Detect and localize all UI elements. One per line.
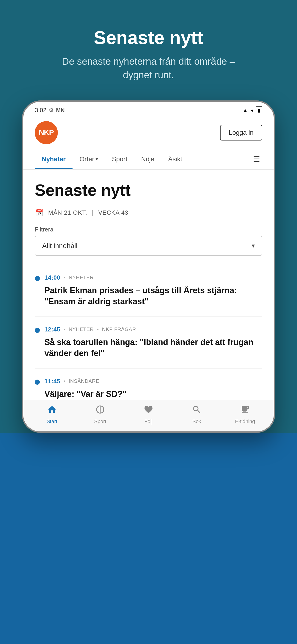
nav-tab-asikt[interactable]: Åsikt <box>162 149 189 169</box>
filter-dropdown[interactable]: Allt innehåll ▾ <box>35 236 262 256</box>
news-item-2[interactable]: 12:45 • NYHETER • NKP FRÅGAR Så ska toar… <box>35 317 262 368</box>
content-area: Senaste nytt 📅 MÅN 21 OKT. | VECKA 43 Fi… <box>23 170 274 400</box>
filter-value: Allt innehåll <box>42 242 77 250</box>
nav-tab-noje[interactable]: Nöje <box>134 149 162 169</box>
news-meta: 14:00 • NYHETER <box>44 274 262 281</box>
bottom-nav-label-etidning: E-tidning <box>235 418 255 424</box>
news-content: 11:45 • INSÄNDARE Väljare: "Var är SD?" <box>44 378 262 400</box>
chevron-down-icon: ▾ <box>252 242 255 250</box>
hero-section: Senaste nytt De senaste nyheterna från d… <box>0 0 297 96</box>
bottom-nav-sport[interactable]: Sport <box>86 405 114 424</box>
wifi-icon: ▲ <box>243 107 248 113</box>
filter-label: Filtrera <box>35 226 262 233</box>
page-title: Senaste nytt <box>35 181 262 200</box>
nav-tab-orter[interactable]: Orter ▾ <box>72 149 105 169</box>
search-icon <box>192 405 202 417</box>
news-headline: Så ska toarullen hänga: "Ibland händer d… <box>44 337 262 359</box>
bottom-nav-start[interactable]: Start <box>38 405 66 424</box>
news-time: 11:45 <box>44 378 60 385</box>
news-headline: Patrik Ekman prisades – utsågs till Året… <box>44 285 262 307</box>
chevron-down-icon: ▾ <box>96 156 98 162</box>
calendar-icon: 📅 <box>35 209 44 217</box>
news-time: 12:45 <box>44 326 60 333</box>
status-carrier: MN <box>56 107 65 114</box>
app-header: NKP Logga in <box>23 116 274 149</box>
nav-tabs: Nyheter Orter ▾ Sport Nöje Åsikt ☰ <box>23 149 274 170</box>
nav-tab-nyheter[interactable]: Nyheter <box>35 149 72 169</box>
phone-mockup: 3:02 ⚙ MN ▲ ◂ ▮ NKP Logga in Nyheter Ort… <box>22 100 275 433</box>
news-category: NYHETER <box>68 326 94 332</box>
news-dot <box>35 380 40 385</box>
status-right: ▲ ◂ ▮ <box>243 106 262 114</box>
bottom-nav: Start Sport Följ <box>23 400 274 432</box>
news-category-2: NKP FRÅGAR <box>102 326 136 332</box>
news-meta: 11:45 • INSÄNDARE <box>44 378 262 385</box>
status-time: 3:02 <box>35 107 46 114</box>
date-text: MÅN 21 OKT. <box>48 209 87 216</box>
gear-icon: ⚙ <box>49 107 54 114</box>
news-headline: Väljare: "Var är SD?" <box>44 388 262 400</box>
news-content: 14:00 • NYHETER Patrik Ekman prisades – … <box>44 274 262 307</box>
week-text: VECKA 43 <box>98 209 128 216</box>
news-meta: 12:45 • NYHETER • NKP FRÅGAR <box>44 326 262 333</box>
bottom-nav-label-start: Start <box>47 418 57 424</box>
news-time: 14:00 <box>44 274 60 281</box>
sport-icon <box>95 405 105 417</box>
bottom-nav-folj[interactable]: Följ <box>135 405 162 424</box>
date-divider: | <box>92 209 94 216</box>
news-dot <box>35 328 40 333</box>
hero-title: Senaste nytt <box>94 28 203 48</box>
status-left: 3:02 ⚙ MN <box>35 107 65 114</box>
bottom-nav-etidning[interactable]: E-tidning <box>231 405 259 424</box>
news-item-3[interactable]: 11:45 • INSÄNDARE Väljare: "Var är SD?" <box>35 368 262 400</box>
news-content: 12:45 • NYHETER • NKP FRÅGAR Så ska toar… <box>44 326 262 359</box>
date-row: 📅 MÅN 21 OKT. | VECKA 43 <box>35 209 262 217</box>
home-icon <box>47 405 57 417</box>
login-button[interactable]: Logga in <box>220 125 262 140</box>
bottom-nav-label-sok: Sök <box>192 418 201 424</box>
bottom-section <box>0 433 297 644</box>
bottom-nav-label-folj: Följ <box>144 418 152 424</box>
status-bar: 3:02 ⚙ MN ▲ ◂ ▮ <box>23 102 274 116</box>
news-item-1[interactable]: 14:00 • NYHETER Patrik Ekman prisades – … <box>35 265 262 317</box>
news-category: NYHETER <box>68 274 94 280</box>
battery-icon: ▮ <box>256 106 262 114</box>
news-category: INSÄNDARE <box>68 378 99 384</box>
news-dot <box>35 276 40 281</box>
nav-tab-sport[interactable]: Sport <box>105 149 134 169</box>
signal-icon: ◂ <box>250 107 253 113</box>
hamburger-button[interactable]: ☰ <box>251 152 262 166</box>
bottom-nav-sok[interactable]: Sök <box>183 405 211 424</box>
heart-icon <box>144 405 153 417</box>
nkp-logo: NKP <box>35 121 58 144</box>
phone-wrapper: 3:02 ⚙ MN ▲ ◂ ▮ NKP Logga in Nyheter Ort… <box>0 96 297 433</box>
filter-section: Filtrera Allt innehåll ▾ <box>35 226 262 256</box>
newspaper-icon <box>240 405 250 417</box>
hero-subtitle: De senaste nyheterna från ditt område – … <box>56 55 240 82</box>
bottom-nav-label-sport: Sport <box>94 418 106 424</box>
